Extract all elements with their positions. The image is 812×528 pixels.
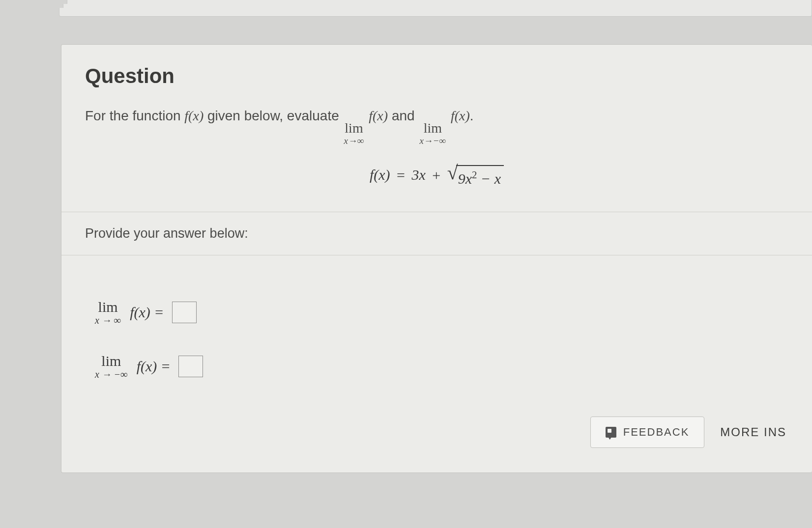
- lim-sub: x → −∞: [95, 369, 128, 379]
- lim-word: lim: [98, 300, 118, 314]
- lim-sub: x→∞: [344, 136, 364, 145]
- lim-word: lim: [101, 354, 121, 368]
- rad-a: 9x: [458, 170, 472, 187]
- math-fx: f(x): [451, 108, 470, 123]
- limit-expression-pos: limx→∞: [344, 121, 364, 145]
- prompt-text: Provide your answer below:: [85, 226, 788, 241]
- lim-sub: x→−∞: [419, 136, 446, 145]
- eq-term: 3x: [411, 167, 425, 183]
- rad-tail: − x: [477, 170, 501, 187]
- math-fx: f(x): [369, 108, 388, 123]
- fx-equals: f(x) =: [137, 358, 171, 375]
- stacked-tabs-decoration: [59, 0, 812, 14]
- prompt-section: Provide your answer below:: [61, 212, 812, 255]
- fx-equals: f(x) =: [130, 304, 164, 321]
- text-fragment: given below, evaluate: [203, 108, 343, 123]
- lim-word: lim: [424, 121, 442, 135]
- radicand: 9x2 − x: [456, 165, 504, 188]
- text-fragment: For the function: [85, 108, 184, 123]
- text-fragment: .: [470, 108, 474, 123]
- tab-layer: [59, 8, 812, 17]
- question-card: Question For the function f(x) given bel…: [61, 44, 812, 473]
- rad-exp: 2: [472, 169, 477, 181]
- limit-expression: lim x → ∞: [95, 300, 121, 325]
- footer-row: FEEDBACK MORE INS: [85, 408, 788, 455]
- limit-expression: lim x → −∞: [95, 354, 128, 379]
- eq-plus: +: [429, 167, 444, 183]
- answer-input-neg[interactable]: [178, 356, 203, 377]
- answer-row-pos: lim x → ∞ f(x) =: [94, 300, 788, 325]
- feedback-icon: [606, 427, 616, 438]
- answer-input-pos[interactable]: [172, 302, 197, 323]
- lim-word: lim: [345, 121, 363, 135]
- function-definition: f(x) = 3x + √9x2 − x: [85, 165, 788, 188]
- question-text: For the function f(x) given below, evalu…: [85, 106, 788, 145]
- text-fragment: and: [388, 108, 418, 123]
- lim-sub: x → ∞: [95, 315, 121, 325]
- eq-sign: =: [393, 167, 409, 183]
- more-instructions-button[interactable]: MORE INS: [720, 425, 786, 439]
- question-section: Question For the function f(x) given bel…: [61, 45, 812, 212]
- feedback-label: FEEDBACK: [623, 426, 690, 439]
- math-fx: f(x): [184, 108, 203, 123]
- feedback-button[interactable]: FEEDBACK: [590, 417, 705, 448]
- question-title: Question: [85, 64, 788, 88]
- square-root: √9x2 − x: [447, 165, 504, 188]
- limit-expression-neg: limx→−∞: [419, 121, 446, 145]
- answer-row-neg: lim x → −∞ f(x) =: [94, 354, 788, 379]
- answers-section: lim x → ∞ f(x) = lim x → −∞ f(x) = FEEDB…: [61, 255, 812, 472]
- eq-lhs: f(x): [370, 167, 390, 183]
